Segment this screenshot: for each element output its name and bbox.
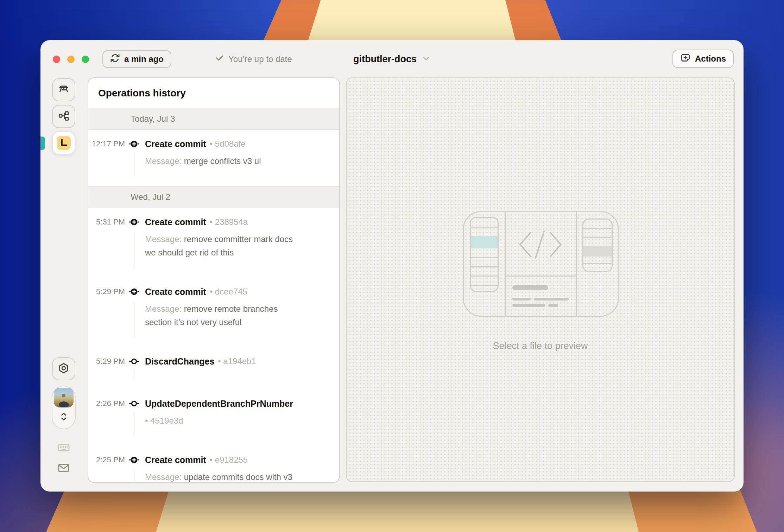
desktop: a min ago You’re up to date gitbutler-do… [0,0,784,532]
sidebar-item-history[interactable] [52,131,75,154]
operation-title: Create commit [145,285,206,298]
message-label: Message: [145,304,184,314]
titlebar: a min ago You’re up to date gitbutler-do… [40,40,744,77]
operation-time: 5:29 PM [88,285,125,298]
operation-entry[interactable]: 2:26 PMUpdateDependentBranchPrNumber• 45… [88,390,339,446]
operation-title: UpdateDependentBranchPrNumber [145,397,293,410]
operation-entry[interactable]: 12:17 PMCreate commit• 5d08afeMessage: m… [88,130,339,186]
operation-message: Message: merge conflicts v3 ui [134,154,321,176]
window-controls [53,56,89,63]
operation-time: 2:25 PM [88,454,125,466]
operation-hash: • 238954a [210,216,248,228]
empty-preview-illustration [463,211,619,317]
illustration-selected-row-teal [471,236,498,248]
actions-button-label: Actions [695,54,726,64]
message-label: Message: [145,472,184,482]
message-label: Message: [145,234,184,244]
gitbutler-window: a min ago You’re up to date gitbutler-do… [40,40,744,492]
keyboard-shortcuts-button[interactable] [52,439,75,457]
operation-hash: • dcee745 [210,285,247,298]
operation-entry-head: 12:17 PMCreate commit• 5d08afe [88,138,331,150]
operation-entry-head: 2:25 PMCreate commit• e918255 [88,454,331,466]
minimize-window-button[interactable] [67,56,75,63]
history-icon [57,136,71,150]
history-list: Today, Jul 312:17 PMCreate commit• 5d08a… [88,108,339,483]
operation-message: Message: update commits docs with v3 [134,470,321,483]
active-tab-indicator [40,137,45,150]
illustration-divider [576,212,577,316]
illustration-file-list [470,217,499,292]
sync-button-label: a min ago [124,54,164,64]
operation-message: Message: remove remote branchessection i… [134,302,321,337]
message-label: Message: [145,156,184,166]
illustration-text-bar [512,285,548,290]
keyboard-icon [57,441,70,456]
chevron-down-icon [422,54,431,64]
operations-history-panel: Operations history Today, Jul 312:17 PMC… [88,77,340,483]
mail-icon [57,461,70,476]
sync-button[interactable]: a min ago [102,50,171,68]
uptodate-status: You’re up to date [215,50,292,68]
operation-entry-head: 5:31 PMCreate commit• 238954a [88,216,331,228]
operation-title: Create commit [145,138,206,150]
operation-hash: • a194eb1 [218,355,256,368]
maximize-window-button[interactable] [82,56,89,63]
operation-entry-head: 2:26 PMUpdateDependentBranchPrNumber [88,397,331,410]
date-header: Today, Jul 3 [88,108,339,130]
operation-hash: • e918255 [210,454,248,466]
file-preview-panel: Select a file to preview [346,77,735,482]
illustration-divider [506,276,576,277]
commit-icon [125,397,143,410]
illustration-text-bar [512,298,531,300]
operation-entry[interactable]: 5:29 PMCreate commit• dcee745Message: re… [88,278,339,347]
operation-time: 5:31 PM [88,216,125,228]
illustration-text-bar [548,304,558,307]
sparkle-icon [680,52,691,65]
illustration-text-bar [512,304,545,307]
project-name: gitbutler-docs [353,54,417,65]
message-text: merge conflicts v3 ui [184,156,261,166]
workspace-icon [57,83,70,97]
uptodate-label: You’re up to date [228,54,292,64]
check-icon [215,53,224,65]
settings-button[interactable] [52,357,75,380]
feedback-button[interactable] [52,460,75,478]
panel-title: Operations history [88,78,339,108]
operation-hash: • 4519e3d [134,413,321,436]
close-window-button[interactable] [53,56,60,63]
commit-plus-icon [125,454,143,466]
illustration-side-list [582,218,613,272]
operation-title: DiscardChanges [145,355,214,368]
preview-placeholder: Select a file to preview [347,341,734,352]
operation-entry[interactable]: 5:31 PMCreate commit• 238954aMessage: re… [88,208,339,278]
operation-time: 5:29 PM [88,355,125,368]
operation-title: Create commit [145,454,206,466]
sidebar-item-branches[interactable] [52,105,75,128]
commit-plus-icon [125,285,143,298]
settings-icon [57,362,70,376]
operation-title: Create commit [145,216,206,228]
operation-time: 2:26 PM [88,397,125,410]
operation-entry[interactable]: 5:29 PMDiscardChanges• a194eb1 [88,347,339,390]
commit-icon [125,355,143,368]
illustration-selected-row-gray [583,246,612,256]
operation-entry-head: 5:29 PMCreate commit• dcee745 [88,285,331,298]
illustration-divider [505,212,506,316]
avatar [54,388,74,407]
branches-icon [57,110,70,124]
message-text: update commits docs with v3 [184,472,292,482]
operation-entry-head: 5:29 PMDiscardChanges• a194eb1 [88,355,331,368]
date-header: Wed, Jul 2 [88,186,339,208]
profile-switcher[interactable] [52,386,76,429]
project-selector[interactable]: gitbutler-docs [353,50,431,68]
illustration-text-bar [534,298,569,300]
commit-plus-icon [125,216,143,228]
chevron-up-down-icon [59,411,68,424]
operation-time: 12:17 PM [88,138,125,150]
operation-message: Message: remove committer mark docswe sh… [134,232,321,268]
operation-hash: • 5d08afe [210,138,246,150]
operation-entry[interactable]: 2:25 PMCreate commit• e918255Message: up… [88,446,339,483]
actions-button[interactable]: Actions [672,50,734,68]
sidebar-item-workspace[interactable] [52,78,75,101]
refresh-icon [110,53,120,65]
